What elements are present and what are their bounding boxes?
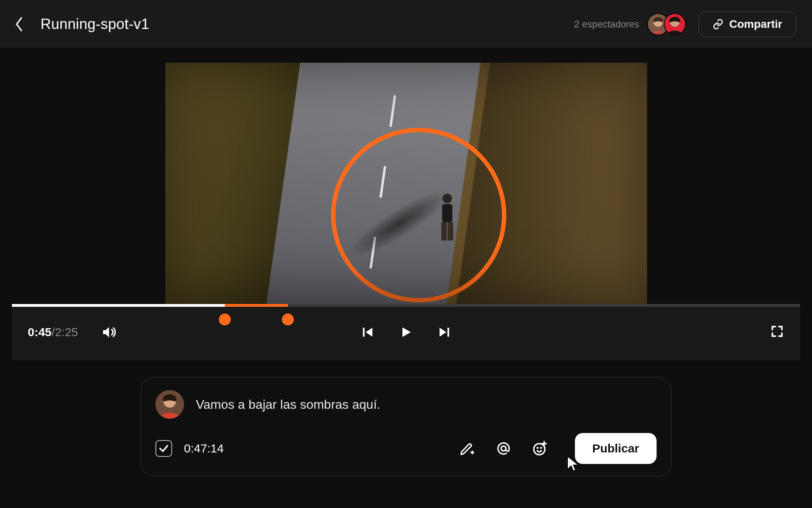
- link-icon: [712, 19, 724, 30]
- comment-composer: Vamos a bajar las sombras aquí. 0:47:14 …: [141, 377, 671, 476]
- header-bar: Running-spot-v1 2 espectadores Compartir: [0, 0, 812, 48]
- share-button[interactable]: Compartir: [699, 12, 796, 37]
- check-icon: [158, 443, 169, 454]
- play-icon: [399, 325, 413, 339]
- comment-timestamp[interactable]: 0:47:14: [184, 442, 224, 455]
- share-button-label: Compartir: [729, 18, 782, 31]
- timecode: 0:45/2:25: [28, 325, 78, 339]
- svg-point-8: [501, 446, 506, 451]
- publish-button-label: Publicar: [592, 442, 639, 455]
- viewer-count-label: 2 espectadores: [574, 19, 639, 30]
- fullscreen-icon: [770, 324, 784, 339]
- timestamp-checkbox[interactable]: [155, 440, 172, 457]
- avatar[interactable]: [664, 13, 686, 35]
- video-stage: [0, 48, 812, 304]
- annotation-circle[interactable]: [331, 128, 506, 302]
- at-icon: [495, 440, 512, 457]
- chevron-left-icon: [14, 16, 24, 32]
- fullscreen-button[interactable]: [770, 324, 784, 340]
- pencil-plus-icon: [459, 441, 475, 456]
- emoji-plus-icon: [532, 440, 548, 457]
- emoji-button[interactable]: [530, 439, 550, 458]
- back-button[interactable]: [6, 11, 33, 38]
- step-back-icon: [361, 325, 375, 339]
- volume-button[interactable]: [101, 324, 117, 340]
- timecode-current: 0:45: [28, 325, 52, 339]
- svg-rect-4: [363, 328, 364, 337]
- draw-annotation-button[interactable]: [458, 439, 477, 458]
- svg-point-9: [534, 444, 545, 455]
- step-back-button[interactable]: [359, 323, 377, 341]
- mention-button[interactable]: [494, 439, 513, 458]
- project-title: Running-spot-v1: [40, 16, 149, 33]
- play-button[interactable]: [397, 323, 415, 341]
- svg-rect-5: [448, 328, 449, 337]
- publish-button[interactable]: Publicar: [575, 433, 657, 464]
- timecode-duration: 2:25: [55, 325, 78, 339]
- video-frame[interactable]: [165, 63, 647, 304]
- viewer-avatars[interactable]: [647, 13, 686, 35]
- comment-input[interactable]: Vamos a bajar las sombras aquí.: [196, 397, 380, 412]
- svg-point-10: [537, 447, 538, 448]
- step-forward-icon: [437, 325, 451, 339]
- volume-icon: [101, 324, 117, 340]
- transport-controls: [359, 323, 453, 341]
- step-forward-button[interactable]: [435, 323, 453, 341]
- playback-bar: 0:45/2:25: [12, 304, 800, 360]
- comment-avatar: [155, 390, 184, 419]
- svg-point-11: [540, 447, 541, 448]
